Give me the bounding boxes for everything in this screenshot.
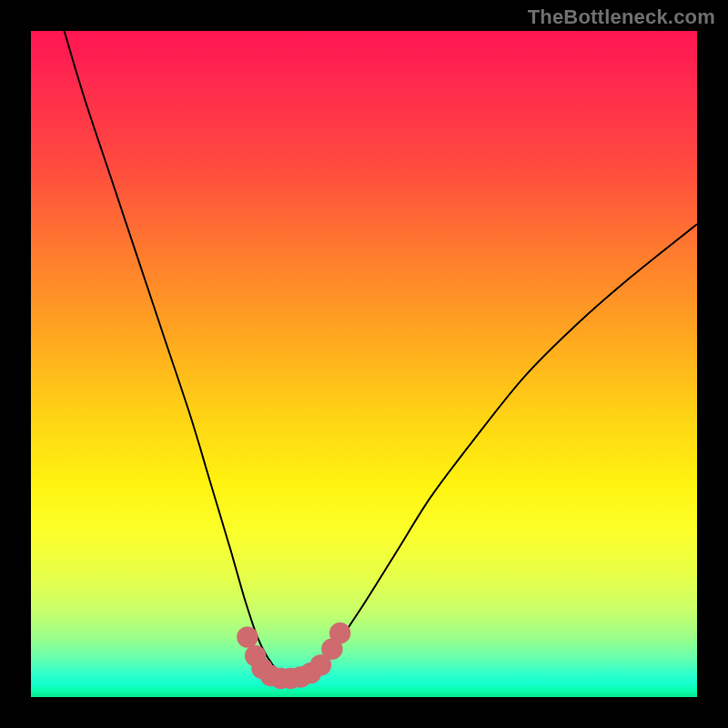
bottleneck-curve (65, 31, 697, 678)
outer-frame: TheBottleneck.com (0, 0, 728, 728)
marker-group (237, 622, 350, 689)
watermark-text: TheBottleneck.com (528, 5, 715, 29)
curve-marker (329, 622, 350, 643)
chart-svg (31, 31, 697, 697)
curve-marker (237, 626, 258, 647)
